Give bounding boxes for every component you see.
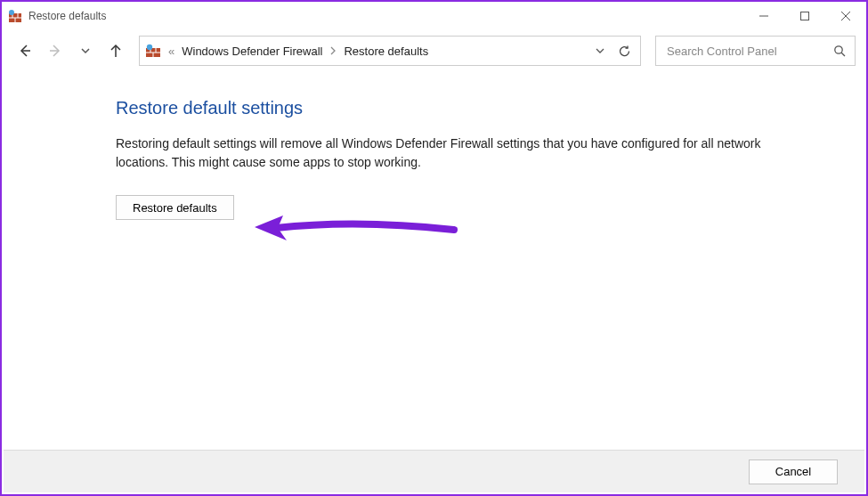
svg-point-5 [9, 10, 14, 15]
minimize-button[interactable] [743, 3, 784, 29]
main-content: Restore default settings Restoring defau… [2, 71, 866, 220]
breadcrumb-firewall[interactable]: Windows Defender Firewall [182, 45, 322, 58]
maximize-button[interactable] [784, 3, 825, 29]
firewall-app-icon [7, 8, 23, 24]
back-button[interactable] [12, 38, 37, 63]
svg-rect-7 [801, 12, 809, 20]
cancel-button[interactable]: Cancel [749, 459, 838, 484]
close-button[interactable] [825, 3, 866, 29]
search-icon[interactable] [833, 45, 846, 57]
address-dropdown-icon[interactable] [595, 45, 605, 56]
svg-point-19 [835, 46, 842, 53]
restore-defaults-button[interactable]: Restore defaults [116, 195, 234, 220]
address-bar[interactable]: « Windows Defender Firewall Restore defa… [139, 36, 641, 66]
recent-locations-dropdown[interactable] [73, 38, 98, 63]
svg-line-20 [841, 53, 845, 56]
breadcrumb-restore[interactable]: Restore defaults [344, 45, 428, 58]
footer: Cancel [4, 450, 864, 492]
page-description: Restoring default settings will remove a… [116, 134, 783, 172]
search-input[interactable] [665, 44, 833, 59]
up-button[interactable] [103, 38, 128, 63]
titlebar: Restore defaults [2, 2, 866, 30]
chevron-left-icon: « [168, 45, 174, 58]
refresh-button[interactable] [618, 45, 631, 58]
page-heading: Restore default settings [116, 98, 813, 118]
window-title: Restore defaults [28, 10, 106, 22]
svg-point-18 [147, 45, 152, 50]
search-box[interactable] [655, 36, 856, 66]
toolbar: « Windows Defender Firewall Restore defa… [2, 30, 866, 71]
chevron-right-icon [329, 46, 337, 55]
firewall-icon [145, 44, 161, 58]
forward-button[interactable] [43, 38, 68, 63]
